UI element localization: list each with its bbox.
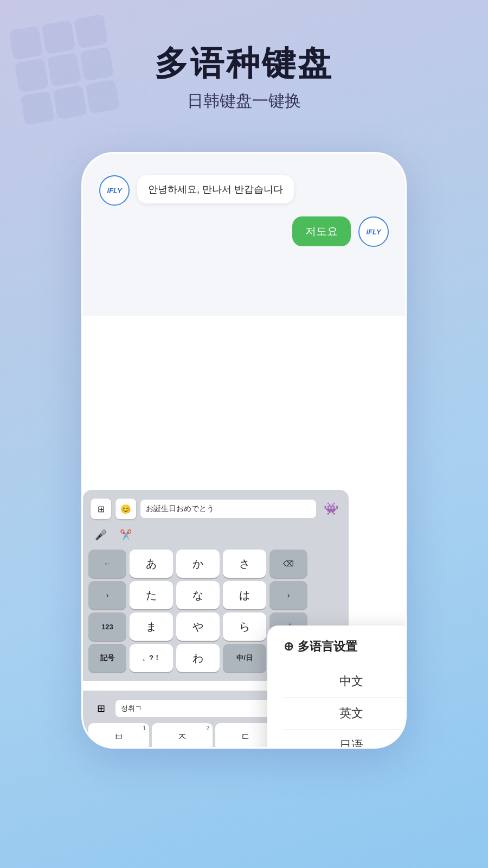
jp-key-na[interactable]: な [176, 581, 220, 609]
avatar-right-text: iFLY [366, 228, 381, 236]
korean-key-bb[interactable]: 1ㅂ [88, 723, 149, 749]
jp-key-ma[interactable]: ま [130, 612, 173, 641]
avatar-left-text: iFLY [107, 187, 121, 195]
jp-key-ha[interactable]: は [223, 581, 266, 609]
jp-key-ya[interactable]: や [176, 612, 220, 641]
jp-key-back[interactable]: ← [88, 550, 126, 578]
phone-mockup: iFLY 안녕하세요, 만나서 반갑습니다 저도요 iFLY ⊞ 😊 お誕生日お… [81, 152, 407, 749]
jp-key-ta[interactable]: た [130, 581, 173, 609]
toolbar-voice-icon[interactable]: 🎤 [91, 525, 111, 545]
lang-item-english[interactable]: 英文 [284, 698, 407, 730]
jp-key-ra[interactable]: ら [223, 612, 266, 641]
lang-menu-icon: ⊕ [284, 640, 293, 654]
lang-item-chinese[interactable]: 中文 [284, 666, 407, 698]
background-watermark [9, 14, 120, 125]
jp-key-sa[interactable]: さ [223, 550, 266, 578]
lang-item-japanese-1[interactable]: 日语 [284, 730, 407, 749]
korean-toolbar-grid[interactable]: ⊞ [91, 698, 111, 719]
keyboard-grid-icon[interactable]: ⊞ [91, 499, 111, 519]
jp-key-chevron[interactable]: › [269, 581, 307, 609]
bubble-right: 저도요 [292, 216, 351, 246]
jp-key-lang-switch[interactable]: 中/日 [223, 644, 266, 672]
jp-key-wa[interactable]: わ [176, 644, 220, 672]
jp-key-arrow-right[interactable]: › [88, 581, 126, 609]
jp-key-ka[interactable]: か [176, 550, 220, 578]
jp-key-row-1: ← あ か さ ⌫ [88, 550, 343, 578]
keyboard-input-text[interactable]: お誕生日おめでとう [140, 500, 316, 518]
jp-key-punct[interactable]: 、?！ [130, 644, 173, 672]
lang-menu-title: ⊕ 多语言设置 [284, 639, 407, 655]
jp-key-kigo[interactable]: 記号 [88, 644, 126, 672]
toolbar-emoji-icon[interactable]: 😊 [115, 499, 136, 519]
korean-key-jj[interactable]: 2ㅈ [152, 723, 213, 749]
toolbar-dots-icon[interactable]: 👾 [320, 499, 341, 519]
chat-area: iFLY 안녕하세요, 만나서 반갑습니다 저도요 iFLY [83, 154, 405, 316]
jp-key-123[interactable]: 123 [88, 612, 126, 641]
jp-key-delete[interactable]: ⌫ [269, 550, 307, 578]
avatar-left: iFLY [99, 175, 130, 206]
toolbar-scissors-icon[interactable]: ✂️ [115, 525, 136, 545]
keyboard-toolbar: ⊞ 😊 お誕生日おめでとう 👾 [88, 495, 343, 525]
jp-key-a[interactable]: あ [130, 550, 173, 578]
language-menu: ⊕ 多语言设置 中文 英文 日语 日语 [267, 626, 407, 749]
avatar-right: iFLY [358, 216, 389, 247]
chat-message-left: iFLY 안녕하세요, 만나서 반갑습니다 [99, 175, 389, 206]
jp-key-row-2: › た な は › [88, 581, 343, 609]
bubble-left: 안녕하세요, 만나서 반갑습니다 [137, 175, 294, 203]
chat-message-right: 저도요 iFLY [99, 216, 389, 247]
